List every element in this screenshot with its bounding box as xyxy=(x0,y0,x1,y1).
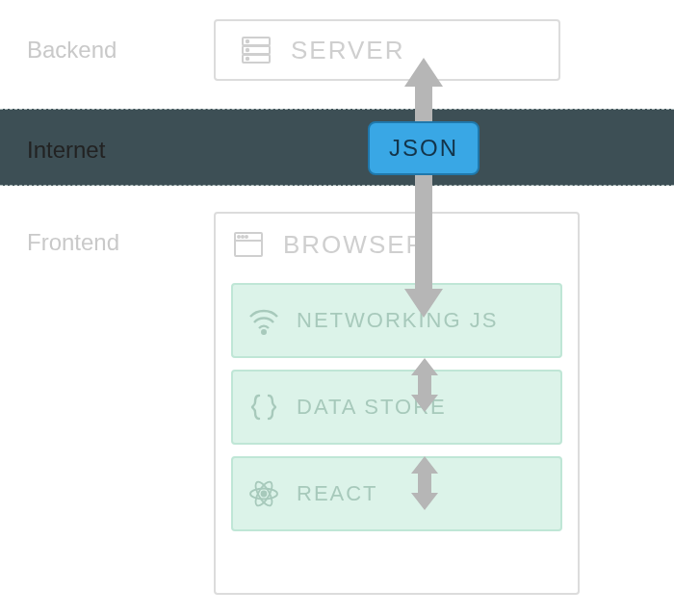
svg-point-11 xyxy=(246,236,247,238)
label-frontend: Frontend xyxy=(27,229,119,256)
svg-point-10 xyxy=(242,236,244,238)
wifi-icon xyxy=(246,303,281,338)
svg-marker-18 xyxy=(411,456,438,510)
server-box: SERVER xyxy=(214,19,560,81)
layer-networking: NETWORKING JS xyxy=(231,283,562,358)
browser-header: BROWSER xyxy=(216,214,578,271)
svg-point-5 xyxy=(246,58,248,60)
svg-point-13 xyxy=(262,492,267,497)
layer-react-title: REACT xyxy=(297,481,378,506)
label-backend: Backend xyxy=(27,37,117,64)
svg-marker-17 xyxy=(411,358,438,412)
svg-point-3 xyxy=(246,40,248,42)
svg-point-12 xyxy=(262,330,266,334)
svg-point-4 xyxy=(246,49,248,51)
browser-box: BROWSER NETWORKING JS DATA STORE xyxy=(214,212,580,595)
svg-point-9 xyxy=(238,236,240,238)
layer-react: REACT xyxy=(231,456,562,531)
braces-icon xyxy=(246,390,281,424)
server-icon xyxy=(239,33,273,67)
arrow-server-networking-icon xyxy=(402,58,445,318)
layer-networking-title: NETWORKING JS xyxy=(297,308,498,333)
arrow-networking-datastore-icon xyxy=(410,358,439,412)
react-atom-icon xyxy=(246,476,281,511)
layer-datastore: DATA STORE xyxy=(231,370,562,445)
svg-marker-6 xyxy=(404,58,443,318)
arrow-datastore-react-icon xyxy=(410,456,439,510)
json-pill: JSON xyxy=(368,121,480,175)
browser-window-icon xyxy=(231,227,266,262)
server-title: SERVER xyxy=(291,36,404,65)
label-internet: Internet xyxy=(27,137,105,164)
